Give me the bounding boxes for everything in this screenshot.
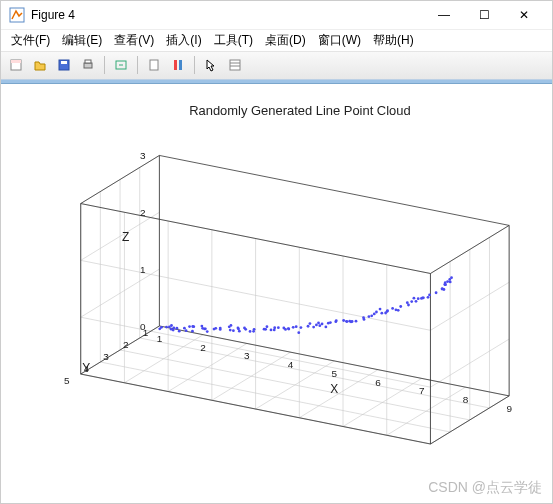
close-button[interactable]: ✕ xyxy=(504,1,544,29)
svg-point-133 xyxy=(329,321,332,324)
svg-point-105 xyxy=(204,327,207,330)
open-button[interactable] xyxy=(29,54,51,76)
minimize-button[interactable]: — xyxy=(424,1,464,29)
svg-point-156 xyxy=(427,295,430,298)
svg-point-151 xyxy=(410,300,413,303)
toolbar-separator xyxy=(104,56,105,74)
svg-point-94 xyxy=(158,327,161,330)
figure-window: Figure 4 — ☐ ✕ 文件(F) 编辑(E) 查看(V) 插入(I) 工… xyxy=(0,0,553,504)
svg-text:1: 1 xyxy=(140,264,146,275)
svg-point-170 xyxy=(191,325,194,328)
svg-text:7: 7 xyxy=(419,385,425,396)
svg-point-167 xyxy=(176,326,179,329)
menu-tools[interactable]: 工具(T) xyxy=(208,30,259,51)
print-button[interactable] xyxy=(77,54,99,76)
svg-rect-9 xyxy=(174,60,177,70)
svg-point-168 xyxy=(185,329,188,332)
save-button[interactable] xyxy=(53,54,75,76)
svg-point-115 xyxy=(249,330,252,333)
svg-text:Y: Y xyxy=(82,360,90,374)
svg-text:6: 6 xyxy=(375,376,381,387)
menubar: 文件(F) 编辑(E) 查看(V) 插入(I) 工具(T) 桌面(D) 窗口(W… xyxy=(1,30,552,52)
menu-insert[interactable]: 插入(I) xyxy=(160,30,207,51)
svg-point-126 xyxy=(300,326,303,329)
window-title: Figure 4 xyxy=(31,8,424,22)
svg-line-64 xyxy=(159,155,509,225)
svg-point-181 xyxy=(287,327,290,330)
svg-text:5: 5 xyxy=(64,375,70,386)
colorbar-button[interactable] xyxy=(167,54,189,76)
svg-point-166 xyxy=(170,324,173,327)
svg-point-141 xyxy=(368,315,371,318)
svg-line-26 xyxy=(120,350,470,420)
brush-button[interactable] xyxy=(143,54,165,76)
svg-point-147 xyxy=(391,307,394,310)
svg-point-178 xyxy=(266,325,269,328)
svg-point-125 xyxy=(295,325,298,328)
svg-point-190 xyxy=(373,312,376,315)
matlab-icon xyxy=(9,7,25,23)
svg-point-146 xyxy=(386,309,389,312)
svg-point-144 xyxy=(380,311,383,314)
new-figure-button[interactable] xyxy=(5,54,27,76)
svg-point-197 xyxy=(428,293,431,296)
svg-point-149 xyxy=(399,305,402,308)
svg-text:3: 3 xyxy=(140,150,146,161)
svg-point-113 xyxy=(238,329,241,332)
svg-point-99 xyxy=(178,329,181,332)
svg-point-128 xyxy=(312,325,315,328)
svg-text:8: 8 xyxy=(463,394,469,405)
svg-point-194 xyxy=(407,303,410,306)
svg-text:Randomly Generated Line Point : Randomly Generated Line Point Cloud xyxy=(189,103,411,118)
svg-text:2: 2 xyxy=(123,338,129,349)
svg-point-182 xyxy=(297,331,300,334)
menu-window[interactable]: 窗口(W) xyxy=(312,30,367,51)
svg-text:X: X xyxy=(330,381,338,395)
maximize-button[interactable]: ☐ xyxy=(464,1,504,29)
svg-point-187 xyxy=(346,320,349,323)
svg-text:2: 2 xyxy=(200,341,206,352)
svg-point-119 xyxy=(270,328,273,331)
chart-3d-scatter: Randomly Generated Line Point Cloud12345… xyxy=(1,84,552,503)
svg-point-176 xyxy=(244,327,247,330)
svg-point-175 xyxy=(232,329,235,332)
plot-area[interactable]: Randomly Generated Line Point Cloud12345… xyxy=(1,84,552,503)
svg-point-186 xyxy=(335,319,338,322)
menu-help[interactable]: 帮助(H) xyxy=(367,30,420,51)
svg-rect-8 xyxy=(150,60,158,70)
svg-point-163 xyxy=(446,280,449,283)
svg-point-100 xyxy=(183,326,186,329)
link-button[interactable] xyxy=(110,54,132,76)
menu-desktop[interactable]: 桌面(D) xyxy=(259,30,312,51)
svg-point-173 xyxy=(219,328,222,331)
svg-point-184 xyxy=(317,321,320,324)
menu-file[interactable]: 文件(F) xyxy=(5,30,56,51)
svg-point-183 xyxy=(309,322,312,325)
svg-point-110 xyxy=(230,324,233,327)
pointer-button[interactable] xyxy=(200,54,222,76)
svg-point-200 xyxy=(444,281,447,284)
svg-point-153 xyxy=(417,297,420,300)
svg-line-25 xyxy=(140,337,490,407)
svg-point-143 xyxy=(375,310,378,313)
svg-point-142 xyxy=(370,314,373,317)
svg-point-135 xyxy=(342,319,345,322)
titlebar[interactable]: Figure 4 — ☐ ✕ xyxy=(1,1,552,30)
svg-point-127 xyxy=(307,324,310,327)
svg-text:9: 9 xyxy=(506,402,512,413)
toolbar-separator xyxy=(137,56,138,74)
svg-point-131 xyxy=(321,322,324,325)
property-inspector-button[interactable] xyxy=(224,54,246,76)
svg-point-199 xyxy=(441,287,444,290)
svg-rect-0 xyxy=(10,8,24,22)
svg-point-165 xyxy=(165,325,168,328)
toolbar xyxy=(1,52,552,79)
svg-rect-5 xyxy=(84,63,92,68)
svg-text:3: 3 xyxy=(103,350,109,361)
svg-point-164 xyxy=(450,276,453,279)
svg-point-124 xyxy=(292,325,295,328)
svg-point-98 xyxy=(172,328,175,331)
menu-view[interactable]: 查看(V) xyxy=(108,30,160,51)
svg-point-189 xyxy=(363,318,366,321)
menu-edit[interactable]: 编辑(E) xyxy=(56,30,108,51)
